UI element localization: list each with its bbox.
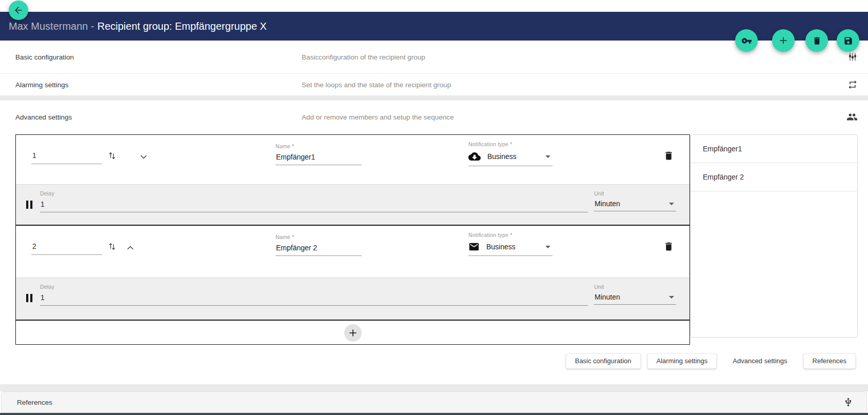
advanced-settings-section: Advanced settings Add or remove members …	[0, 101, 868, 384]
section-title: Advanced settings	[15, 113, 72, 121]
notification-type-label: Notification type *	[468, 232, 553, 238]
unit-label: Unit	[594, 190, 676, 196]
notification-type-label: Notification type *	[468, 141, 553, 147]
delay-label: Delay	[40, 284, 588, 290]
unit-field: Unit Minuten	[594, 284, 676, 305]
position-input[interactable]: 2	[31, 240, 102, 255]
mail-icon	[468, 241, 480, 252]
delay-label: Delay	[40, 190, 588, 196]
cloud-icon	[468, 150, 481, 163]
name-field[interactable]: Name * Empfänger1	[275, 143, 362, 165]
save-icon	[843, 36, 853, 46]
section-row-alarming-settings[interactable]: Alarming settings Set the loops and the …	[0, 73, 868, 95]
divider	[0, 384, 868, 391]
name-label: Name *	[275, 143, 362, 149]
recipient-name: Empfänger 2	[703, 173, 744, 181]
section-title: References	[17, 399, 52, 406]
notification-type-select[interactable]: Business	[468, 150, 553, 166]
list-item[interactable]: Empfänger1	[691, 135, 857, 163]
members-form: 1 Name * Empfänger1 Notification type *	[15, 134, 690, 345]
tab-alarming-settings[interactable]: Alarming settings	[647, 353, 717, 369]
name-value[interactable]: Empfänger 2	[275, 244, 362, 256]
unit-select[interactable]: Minuten	[594, 200, 676, 211]
sort-icon[interactable]	[107, 151, 117, 161]
plus-icon	[778, 35, 788, 46]
unit-value: Minuten	[595, 200, 620, 208]
member-block-2: 2 Name * Empfänger 2 Notification type *	[16, 226, 689, 321]
notification-type-field: Notification type * Business	[468, 232, 553, 256]
remove-member-button[interactable]	[663, 241, 674, 252]
sort-icon[interactable]	[107, 242, 117, 251]
add-member-icon	[349, 329, 357, 337]
name-label: Name *	[275, 234, 362, 240]
delay-row: Delay 1 Unit Minuten	[16, 184, 689, 225]
member-row: 2 Name * Empfänger 2 Notification type *	[16, 226, 689, 278]
divider	[0, 95, 868, 101]
delay-field: Delay 1	[40, 190, 588, 212]
add-member-button[interactable]	[344, 324, 362, 342]
delete-button[interactable]	[805, 29, 828, 52]
back-arrow-icon	[13, 5, 24, 15]
member-block-1: 1 Name * Empfänger1 Notification type *	[16, 135, 689, 226]
back-button[interactable]	[9, 1, 28, 20]
dropdown-caret-icon	[669, 296, 674, 299]
tab-references[interactable]: References	[803, 353, 856, 369]
unit-select[interactable]: Minuten	[594, 293, 676, 305]
recipients-list-panel: Empfänger1 Empfänger 2	[690, 134, 858, 338]
trash-icon	[812, 36, 822, 46]
chevron-up-icon[interactable]	[126, 243, 135, 252]
section-title: Basic configuration	[15, 53, 74, 61]
notification-type-value: Business	[486, 243, 516, 251]
section-description: Set the loops and the state of the recip…	[302, 81, 451, 89]
header-user: Max Mustermann -	[9, 21, 94, 32]
people-icon	[846, 111, 858, 123]
section-description: Basicconfiguration of the recipient grou…	[302, 53, 425, 61]
position-input[interactable]: 1	[31, 149, 102, 164]
permissions-button[interactable]	[735, 29, 758, 52]
tab-advanced-settings[interactable]: Advanced settings	[723, 353, 796, 369]
tune-icon	[847, 52, 858, 62]
header-main-title: Recipient group: Empfängergruppe X	[97, 21, 267, 32]
notification-type-select[interactable]: Business	[468, 241, 553, 256]
delay-field: Delay 1	[40, 284, 588, 306]
add-button[interactable]	[772, 29, 795, 52]
name-value[interactable]: Empfänger1	[275, 153, 362, 165]
add-member-row	[16, 321, 689, 345]
notification-type-field: Notification type * Business	[468, 141, 553, 166]
section-row-advanced-settings[interactable]: Advanced settings Add or remove members …	[0, 106, 868, 128]
member-row: 1 Name * Empfänger1 Notification type *	[16, 135, 689, 184]
unit-label: Unit	[594, 284, 676, 290]
recipient-group-page: Max Mustermann - Recipient group: Empfän…	[0, 0, 868, 415]
bottom-edge-strip	[0, 413, 868, 415]
section-title: Alarming settings	[15, 81, 69, 89]
unit-field: Unit Minuten	[594, 190, 676, 211]
dropdown-caret-icon	[669, 203, 674, 205]
recipient-name: Empfänger1	[703, 145, 742, 153]
usb-icon	[843, 398, 853, 407]
name-field[interactable]: Name * Empfänger 2	[275, 234, 362, 256]
section-row-references[interactable]: References	[1, 391, 867, 413]
delay-row: Delay 1 Unit Minuten	[16, 278, 689, 320]
list-item[interactable]: Empfänger 2	[691, 163, 857, 191]
section-description: Add or remove members and setup the sequ…	[302, 113, 453, 121]
remove-member-button[interactable]	[663, 150, 674, 161]
unit-value: Minuten	[595, 293, 620, 301]
section-list-card: Basic configuration Basicconfiguration o…	[0, 41, 868, 95]
delay-input[interactable]: 1	[40, 200, 588, 212]
footer-tabs: Basic configuration Alarming settings Ad…	[566, 353, 856, 369]
pause-icon	[25, 293, 34, 303]
notification-type-value: Business	[487, 152, 517, 161]
save-button[interactable]	[837, 29, 859, 52]
page-title: Max Mustermann - Recipient group: Empfän…	[9, 12, 267, 41]
delay-input[interactable]: 1	[40, 293, 588, 306]
dropdown-caret-icon	[545, 155, 550, 158]
key-icon	[741, 35, 752, 46]
pause-icon	[25, 200, 34, 210]
dropdown-caret-icon	[545, 246, 550, 248]
repeat-icon	[847, 80, 858, 90]
tab-basic-configuration[interactable]: Basic configuration	[566, 353, 641, 369]
chevron-down-icon[interactable]	[139, 152, 148, 162]
